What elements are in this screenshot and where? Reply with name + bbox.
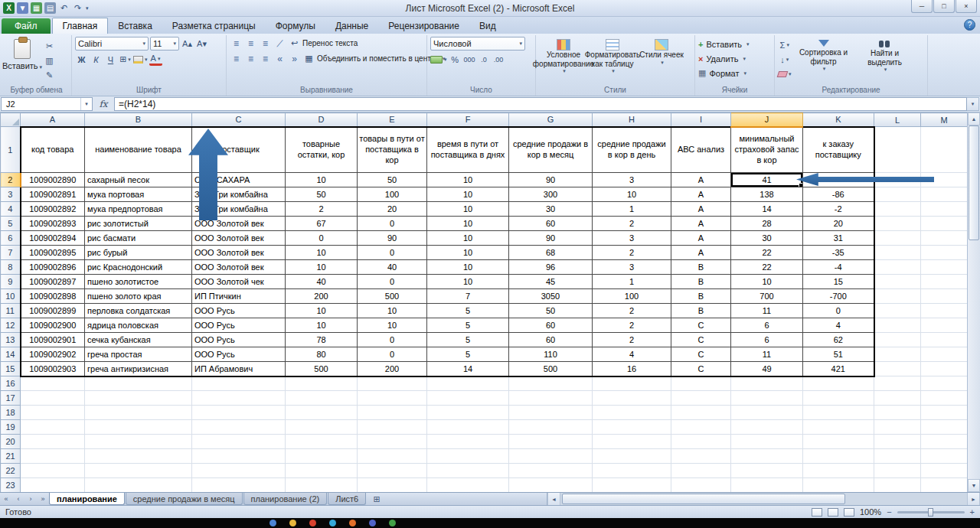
align-top-icon[interactable]: ≡ <box>230 37 243 50</box>
cell-K13[interactable]: 62 <box>803 333 874 347</box>
tab-page-layout[interactable]: Разметка страницы <box>162 18 266 34</box>
cell-J2[interactable]: 41 <box>731 173 803 187</box>
cell-D17[interactable] <box>286 391 358 406</box>
column-header-E[interactable]: E <box>358 113 427 127</box>
cell-A15[interactable]: 1009002903 <box>21 362 85 376</box>
cell-B19[interactable] <box>85 420 192 435</box>
cell-L20[interactable] <box>874 435 921 449</box>
cell-F9[interactable]: 10 <box>427 275 509 289</box>
cell-I2[interactable]: А <box>671 173 731 187</box>
cell-B13[interactable]: сечка кубанская <box>85 333 192 347</box>
cell-I15[interactable]: С <box>671 362 731 376</box>
cell-E1[interactable]: товары в пути от поставщика в кор <box>358 127 427 173</box>
increase-font-icon[interactable]: А▴ <box>181 37 194 51</box>
cell-M1[interactable] <box>921 127 968 173</box>
cell-G21[interactable] <box>509 449 593 464</box>
cell-A9[interactable]: 1009002897 <box>21 275 85 289</box>
cell-E5[interactable]: 0 <box>358 217 427 231</box>
insert-cells-button[interactable]: + Вставить▾ <box>698 37 771 51</box>
cell-I7[interactable]: А <box>671 246 731 260</box>
zoom-level-label[interactable]: 100% <box>860 507 881 517</box>
cell-F15[interactable]: 14 <box>427 362 509 376</box>
cell-L19[interactable] <box>874 420 921 435</box>
row-header-13[interactable]: 13 <box>1 333 21 347</box>
cell-L17[interactable] <box>874 391 921 406</box>
cell-B6[interactable]: рис басмати <box>85 231 192 246</box>
cell-D23[interactable] <box>286 478 358 493</box>
cell-F22[interactable] <box>427 464 509 478</box>
scroll-down-icon[interactable]: ▼ <box>968 479 980 492</box>
cell-K3[interactable]: -86 <box>803 187 874 202</box>
cell-M21[interactable] <box>921 449 968 464</box>
cell-H6[interactable]: 3 <box>593 231 671 246</box>
cell-F12[interactable]: 5 <box>427 318 509 333</box>
cell-H16[interactable] <box>593 376 671 391</box>
cell-styles-button[interactable]: Стили ячеек ▾ <box>637 37 686 85</box>
cell-E22[interactable] <box>358 464 427 478</box>
cell-B12[interactable]: ядрица половская <box>85 318 192 333</box>
fx-icon[interactable]: fx <box>93 97 114 111</box>
row-header-11[interactable]: 11 <box>1 304 21 318</box>
sheet-tab-planning-2[interactable]: планирование (2) <box>243 493 328 505</box>
percent-format-button[interactable]: % <box>449 53 462 66</box>
align-middle-icon[interactable]: ≡ <box>244 37 257 50</box>
taskbar-app-icon[interactable] <box>349 520 356 526</box>
column-header-L[interactable]: L <box>874 113 921 127</box>
help-icon[interactable]: ? <box>964 19 975 31</box>
cell-J20[interactable] <box>731 435 803 449</box>
taskbar-app-icon[interactable] <box>329 520 336 526</box>
cell-J8[interactable]: 22 <box>731 260 803 275</box>
thousands-format-button[interactable]: 000 <box>463 53 476 66</box>
horizontal-scroll-thumb[interactable] <box>562 494 845 504</box>
cell-J3[interactable]: 138 <box>731 187 803 202</box>
cell-M4[interactable] <box>921 202 968 217</box>
underline-button[interactable]: Ч <box>104 53 117 66</box>
cell-A18[interactable] <box>21 406 85 420</box>
font-size-select[interactable]: 11▾ <box>150 37 179 51</box>
cell-J6[interactable]: 30 <box>731 231 803 246</box>
cell-J12[interactable]: 6 <box>731 318 803 333</box>
cell-M7[interactable] <box>921 246 968 260</box>
cell-F19[interactable] <box>427 420 509 435</box>
decrease-font-icon[interactable]: А▾ <box>195 37 208 51</box>
cell-B3[interactable]: мука портовая <box>85 187 192 202</box>
cell-C18[interactable] <box>192 406 286 420</box>
cell-A21[interactable] <box>21 449 85 464</box>
cell-B1[interactable]: наименование товара <box>85 127 192 173</box>
cell-I12[interactable]: С <box>671 318 731 333</box>
cell-D7[interactable]: 10 <box>286 246 358 260</box>
cell-L7[interactable] <box>874 246 921 260</box>
name-box-caret-icon[interactable]: ▾ <box>80 98 92 110</box>
cell-D18[interactable] <box>286 406 358 420</box>
normal-view-icon[interactable] <box>812 508 822 517</box>
cell-C9[interactable]: ООО Золотой чек <box>192 275 286 289</box>
cell-I10[interactable]: В <box>671 289 731 304</box>
cell-I13[interactable]: С <box>671 333 731 347</box>
cell-M20[interactable] <box>921 435 968 449</box>
cell-B20[interactable] <box>85 435 192 449</box>
cell-E6[interactable]: 90 <box>358 231 427 246</box>
cell-J15[interactable]: 49 <box>731 362 803 376</box>
cell-C8[interactable]: ООО Золотой век <box>192 260 286 275</box>
cell-I11[interactable]: В <box>671 304 731 318</box>
cell-G8[interactable]: 96 <box>509 260 593 275</box>
cell-I20[interactable] <box>671 435 731 449</box>
cell-H18[interactable] <box>593 406 671 420</box>
maximize-button[interactable]: □ <box>933 0 955 13</box>
name-box[interactable]: J2 ▾ <box>1 97 93 111</box>
cell-E3[interactable]: 100 <box>358 187 427 202</box>
cell-G7[interactable]: 68 <box>509 246 593 260</box>
cell-D9[interactable]: 40 <box>286 275 358 289</box>
cell-J5[interactable]: 28 <box>731 217 803 231</box>
cell-M15[interactable] <box>921 362 968 376</box>
cell-L21[interactable] <box>874 449 921 464</box>
cell-F2[interactable]: 10 <box>427 173 509 187</box>
fill-color-icon[interactable]: ▾ <box>133 53 148 66</box>
cell-D8[interactable]: 10 <box>286 260 358 275</box>
cell-E16[interactable] <box>358 376 427 391</box>
cell-J18[interactable] <box>731 406 803 420</box>
cell-F21[interactable] <box>427 449 509 464</box>
cell-H9[interactable]: 1 <box>593 275 671 289</box>
row-header-21[interactable]: 21 <box>1 449 21 464</box>
cell-K5[interactable]: 20 <box>803 217 874 231</box>
